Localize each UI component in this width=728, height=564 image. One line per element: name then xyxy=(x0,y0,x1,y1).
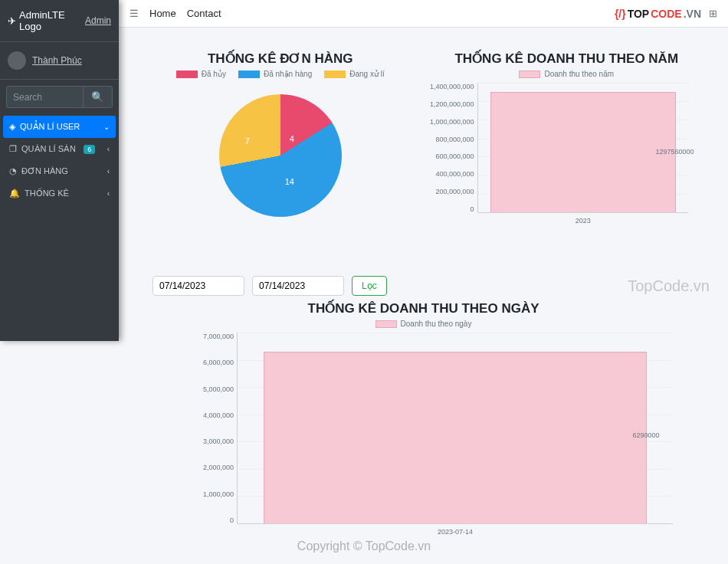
y-tick: 7,000,000 xyxy=(203,333,234,340)
nav-menu: ◈ QUẢN LÍ USER ⌄ ❐ QUẢN LÍ SẢN PHẨM 6 ‹ … xyxy=(0,114,119,206)
date-from-input[interactable] xyxy=(152,276,244,296)
topbar: ☰ Home Contact {/} TOP CODE .VN ⊞ xyxy=(119,0,728,28)
bar: 1297560000 xyxy=(490,92,676,212)
nav-label: QUẢN LÍ SẢN PHẨM xyxy=(21,144,75,154)
legend-item[interactable]: Đang xử lí xyxy=(324,70,384,78)
copyright: Copyright © TopCode.vn xyxy=(297,539,431,553)
y-tick: 600,000,000 xyxy=(435,152,474,160)
filter-button[interactable]: Lọc xyxy=(352,276,387,296)
bar-value: 1297560000 xyxy=(583,148,728,156)
chart-orders: THỐNG KÊ ĐƠN HÀNG Đã hủy Đã nhận hàng Đa… xyxy=(137,51,424,228)
nav-quan-li-user[interactable]: ◈ QUẢN LÍ USER ⌄ xyxy=(3,116,116,138)
bar-legend: Doanh thu theo ngày xyxy=(137,320,710,328)
charts-row-top: THỐNG KÊ ĐƠN HÀNG Đã hủy Đã nhận hàng Đa… xyxy=(137,51,710,228)
nav-label: THỐNG KÊ xyxy=(25,189,69,198)
plot-area: 6290000 2023-07-14 xyxy=(237,333,673,524)
y-tick: 6,000,000 xyxy=(203,359,234,366)
wm-suffix: .VN xyxy=(684,8,701,20)
expand-icon[interactable]: ⊞ xyxy=(709,8,717,19)
legend-item[interactable]: Đã nhận hàng xyxy=(238,70,312,78)
watermark-text: TopCode.vn xyxy=(628,277,710,295)
swatch-icon xyxy=(176,70,198,78)
legend-label: Doanh thu theo ngày xyxy=(401,320,472,328)
y-tick: 1,000,000,000 xyxy=(430,118,474,126)
y-tick: 3,000,000 xyxy=(203,438,234,445)
plot-area: 1297560000 2023 xyxy=(477,83,689,213)
nav-thong-ke[interactable]: 🔔 THỐNG KÊ ‹ xyxy=(3,182,116,205)
brand-row: ✈ AdminLTE Logo Admin xyxy=(0,0,119,42)
search-input[interactable] xyxy=(6,86,84,108)
legend-item[interactable]: Doanh thu theo ngày xyxy=(375,320,472,328)
swatch-icon xyxy=(519,70,540,78)
bar-plot: 7,000,000 6,000,000 5,000,000 4,000,000 … xyxy=(191,333,694,539)
chart-title: THỐNG KÊ DOANH THU THEO NĂM xyxy=(424,51,710,67)
filter-row: Lọc xyxy=(137,276,710,296)
chart-revenue-day: TopCode.vn THỐNG KÊ DOANH THU THEO NGÀY … xyxy=(137,300,710,539)
y-tick: 200,000,000 xyxy=(435,188,474,195)
topbar-right: {/} TOP CODE .VN ⊞ xyxy=(615,8,717,20)
dashboard-icon: ◈ xyxy=(9,122,15,132)
watermark-logo: {/} TOP CODE .VN xyxy=(615,8,701,20)
brand-text: AdminLTE Logo xyxy=(19,9,85,32)
chevron-left-icon: ‹ xyxy=(107,145,110,153)
wm-code: CODE xyxy=(651,8,681,20)
swatch-icon xyxy=(324,70,346,78)
pie-value: 4 xyxy=(290,134,294,143)
chevron-left-icon: ‹ xyxy=(107,189,110,198)
legend-label: Đã nhận hàng xyxy=(264,70,312,78)
wm-top: TOP xyxy=(628,8,650,20)
swatch-icon xyxy=(238,70,260,78)
user-name-link[interactable]: Thành Phúc xyxy=(32,55,82,66)
pie-value: 14 xyxy=(285,177,294,186)
pie-plot: 4 14 7 xyxy=(137,83,424,228)
bar-value: 6290000 xyxy=(455,431,728,439)
content: THỐNG KÊ ĐƠN HÀNG Đã hủy Đã nhận hàng Đa… xyxy=(119,28,728,564)
copy-icon: ❐ xyxy=(9,144,17,154)
date-to-input[interactable] xyxy=(252,276,344,296)
nav-label: ĐƠN HÀNG xyxy=(21,166,68,176)
pie-legend: Đã hủy Đã nhận hàng Đang xử lí xyxy=(137,70,424,78)
y-tick: 1,000,000 xyxy=(203,490,234,498)
bell-icon: 🔔 xyxy=(9,189,20,198)
menu-toggle-icon[interactable]: ☰ xyxy=(130,8,139,19)
avatar xyxy=(8,51,26,70)
nav-badge: 6 xyxy=(84,145,95,154)
y-tick: 4,000,000 xyxy=(203,412,234,419)
x-tick: 2023-07-14 xyxy=(238,528,673,536)
nav-quan-li-san-pham[interactable]: ❐ QUẢN LÍ SẢN PHẨM 6 ‹ xyxy=(3,138,116,160)
search-button[interactable]: 🔍 xyxy=(84,86,113,108)
brand-logo[interactable]: ✈ AdminLTE Logo xyxy=(8,9,85,32)
topbar-contact[interactable]: Contact xyxy=(187,8,221,19)
bar-legend: Doanh thu theo năm xyxy=(424,70,710,78)
topbar-home[interactable]: Home xyxy=(149,8,176,19)
y-tick: 400,000,000 xyxy=(435,170,474,178)
sidebar: ✈ AdminLTE Logo Admin Thành Phúc 🔍 ◈ QUẢ… xyxy=(0,0,119,341)
y-tick: 800,000,000 xyxy=(435,136,474,143)
chart-title: THỐNG KÊ DOANH THU THEO NGÀY xyxy=(137,300,710,316)
y-axis: 7,000,000 6,000,000 5,000,000 4,000,000 … xyxy=(191,333,237,539)
pie: 4 14 7 xyxy=(219,94,342,217)
y-tick: 0 xyxy=(230,516,234,524)
nav-don-hang[interactable]: ◔ ĐƠN HÀNG ‹ xyxy=(3,160,116,182)
y-tick: 1,200,000,000 xyxy=(430,100,474,108)
chevron-down-icon: ⌄ xyxy=(103,123,110,131)
y-tick: 1,400,000,000 xyxy=(430,83,474,90)
chart-revenue-year: THỐNG KÊ DOANH THU THEO NĂM Doanh thu th… xyxy=(424,51,710,228)
wm-prefix: {/} xyxy=(615,8,626,20)
user-panel: Thành Phúc xyxy=(0,42,119,80)
legend-label: Đã hủy xyxy=(202,70,226,78)
y-tick: 5,000,000 xyxy=(203,385,234,393)
chevron-left-icon: ‹ xyxy=(107,167,110,175)
legend-label: Đang xử lí xyxy=(349,70,384,78)
chart-title: THỐNG KÊ ĐƠN HÀNG xyxy=(137,51,424,67)
send-icon: ✈ xyxy=(8,15,16,27)
swatch-icon xyxy=(375,320,397,328)
admin-link[interactable]: Admin xyxy=(85,15,111,26)
legend-item[interactable]: Đã hủy xyxy=(176,70,226,78)
legend-label: Doanh thu theo năm xyxy=(544,70,614,78)
y-tick: 2,000,000 xyxy=(203,464,234,471)
pie-value: 7 xyxy=(245,136,250,146)
legend-item[interactable]: Doanh thu theo năm xyxy=(519,70,614,78)
bar-plot: 1,400,000,000 1,200,000,000 1,000,000,00… xyxy=(424,83,710,228)
nav-label: QUẢN LÍ USER xyxy=(20,122,80,132)
